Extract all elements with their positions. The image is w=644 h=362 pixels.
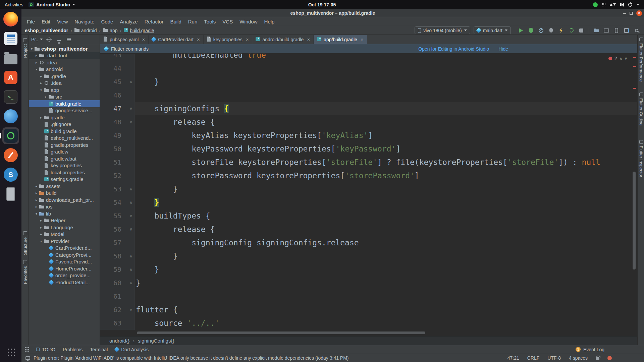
fold-toggle-icon[interactable]: ∨ bbox=[127, 102, 135, 115]
dock-slack[interactable]: S bbox=[2, 166, 19, 183]
fold-toggle-icon[interactable]: ∧ bbox=[127, 196, 135, 209]
tree-item-eshop-multivend[interactable]: eshop_multivend... bbox=[29, 135, 100, 142]
tool-window-button-terminal[interactable]: Terminal bbox=[86, 347, 111, 352]
lock-icon[interactable] bbox=[596, 357, 599, 360]
code-editor[interactable]: 43 multiDexEnabled true4445∧ }4647∨ sign… bbox=[100, 54, 637, 336]
tree-item-build[interactable]: ▸build bbox=[29, 190, 100, 197]
prev-error-button[interactable]: ∧ bbox=[620, 56, 622, 61]
menu-edit[interactable]: Edit bbox=[38, 19, 54, 24]
breadcrumb-build-gradle[interactable]: build.gradle bbox=[124, 28, 154, 33]
close-icon[interactable]: × bbox=[197, 37, 200, 42]
profile-button[interactable] bbox=[537, 26, 545, 35]
collapse-arrow-icon[interactable]: ▾ bbox=[30, 47, 34, 51]
menu-refactor[interactable]: Refactor bbox=[141, 19, 167, 24]
menu-help[interactable]: Help bbox=[261, 19, 278, 24]
tab-android-build-gradle[interactable]: android/build.gradle× bbox=[252, 35, 314, 44]
tree-item-productdetail[interactable]: ProductDetail... bbox=[29, 279, 100, 286]
dock-android-studio[interactable] bbox=[2, 127, 19, 144]
system-menu-chevron-icon[interactable] bbox=[637, 4, 639, 5]
volume-icon[interactable] bbox=[620, 3, 624, 7]
maximize-button[interactable] bbox=[630, 12, 633, 15]
tree-item-ios[interactable]: ▸ios bbox=[29, 203, 100, 210]
fold-toggle-icon[interactable]: ∧ bbox=[127, 75, 135, 88]
search-button[interactable] bbox=[633, 26, 641, 35]
tree-item-app[interactable]: ▾app bbox=[29, 86, 100, 94]
project-view-dropdown[interactable]: Pr.. bbox=[31, 37, 43, 42]
collapse-arrow-icon[interactable]: ▾ bbox=[39, 88, 43, 92]
close-icon[interactable]: × bbox=[307, 37, 310, 42]
activities-button[interactable]: Activities bbox=[5, 2, 23, 7]
tree-item-gradlew-bat[interactable]: gradlew.bat bbox=[29, 155, 100, 162]
collapse-arrow-icon[interactable]: ▾ bbox=[34, 212, 39, 216]
breadcrumb-eshop-multivendor[interactable]: eshop_multivendor bbox=[25, 28, 68, 33]
menu-analyze[interactable]: Analyze bbox=[116, 19, 141, 24]
expand-arrow-icon[interactable]: ▸ bbox=[39, 74, 43, 78]
dock-pen-app[interactable] bbox=[2, 147, 19, 164]
close-icon[interactable]: × bbox=[142, 37, 145, 42]
run-button[interactable] bbox=[517, 26, 525, 35]
tool-window-button-todo[interactable]: TODO bbox=[32, 347, 59, 352]
dock-libreoffice[interactable] bbox=[2, 30, 19, 47]
tree-item-assets[interactable]: ▸assets bbox=[29, 183, 100, 190]
tree-item-settings-gradle[interactable]: settings.gradle bbox=[29, 176, 100, 183]
device-selector[interactable]: vivo 1804 (mobile) bbox=[415, 26, 470, 34]
tool-window-button-problems[interactable]: Problems bbox=[59, 347, 86, 352]
menu-view[interactable]: View bbox=[54, 19, 71, 24]
stop-button[interactable] bbox=[577, 26, 585, 35]
tree-item-lib[interactable]: ▾lib bbox=[29, 210, 100, 217]
fold-toggle-icon[interactable]: ∨ bbox=[127, 115, 135, 129]
tree-item-favoriteprovid[interactable]: FavoriteProvid... bbox=[29, 258, 100, 265]
fold-toggle-icon[interactable]: ∧ bbox=[127, 276, 135, 290]
tree-item-build-gradle[interactable]: build.gradle bbox=[29, 100, 100, 107]
power-icon[interactable] bbox=[628, 3, 632, 7]
dock-files[interactable] bbox=[2, 50, 19, 66]
error-stripe-mark[interactable] bbox=[633, 57, 636, 58]
tree-item-src[interactable]: ▸src bbox=[29, 94, 100, 101]
locate-file-button[interactable] bbox=[46, 37, 52, 43]
tree-item-homeprovider[interactable]: HomeProvider... bbox=[29, 265, 100, 272]
expand-arrow-icon[interactable]: ▸ bbox=[34, 198, 39, 202]
menu-run[interactable]: Run bbox=[185, 19, 201, 24]
tree-item-order-provide[interactable]: order_provide... bbox=[29, 272, 100, 279]
expand-arrow-icon[interactable]: ▸ bbox=[39, 232, 43, 236]
tool-window-tab-project[interactable]: Project bbox=[21, 38, 29, 58]
menu-window[interactable]: Window bbox=[236, 19, 261, 24]
error-stripe-mark[interactable] bbox=[633, 66, 636, 67]
attach-debugger-button[interactable] bbox=[547, 26, 555, 35]
close-icon[interactable]: × bbox=[361, 37, 364, 42]
tab-pubspec-yaml[interactable]: pubspec.yaml× bbox=[100, 35, 149, 44]
tree-item-idea[interactable]: ▸.idea bbox=[29, 59, 100, 66]
next-error-button[interactable]: ∨ bbox=[625, 56, 627, 61]
menu-vcs[interactable]: VCS bbox=[219, 19, 236, 24]
network-icon[interactable] bbox=[610, 3, 616, 6]
app-grid-icon[interactable] bbox=[602, 3, 605, 6]
tree-item-model[interactable]: ▸Model bbox=[29, 231, 100, 238]
window-title-bar[interactable]: eshop_multivendor – app/build.gradle – × bbox=[21, 9, 644, 17]
collapse-arrow-icon[interactable]: ▾ bbox=[34, 67, 39, 71]
tree-item-categoryprovi[interactable]: CategoryProvi... bbox=[29, 251, 100, 258]
chat-notification-icon[interactable] bbox=[593, 2, 598, 7]
menu-tools[interactable]: Tools bbox=[201, 19, 219, 24]
tree-item-language[interactable]: ▸Language bbox=[29, 224, 100, 231]
fold-toggle-icon[interactable]: ∨ bbox=[127, 209, 135, 223]
expand-arrow-icon[interactable]: ▸ bbox=[34, 205, 39, 208]
menu-code[interactable]: Code bbox=[98, 19, 116, 24]
fold-toggle-icon[interactable]: ∧ bbox=[127, 182, 135, 196]
tool-window-tab-structure[interactable]: Structure bbox=[21, 231, 29, 255]
tab-app-build-gradle[interactable]: app/build.gradle× bbox=[314, 35, 367, 44]
tool-window-tab-flutter-outline[interactable]: Flutter Outline bbox=[638, 93, 644, 126]
device-file-explorer-button[interactable] bbox=[592, 26, 600, 35]
tree-item-gitignore[interactable]: .gitignore bbox=[29, 121, 100, 128]
open-in-android-studio-link[interactable]: Open for Editing in Android Studio bbox=[418, 46, 489, 52]
tree-item-cartprovider-d[interactable]: CartProvider.d... bbox=[29, 245, 100, 252]
layout-inspector-button[interactable] bbox=[623, 26, 631, 35]
dock-blue-app[interactable] bbox=[2, 108, 19, 125]
close-button[interactable]: × bbox=[636, 10, 642, 16]
expand-arrow-icon[interactable]: ▸ bbox=[34, 184, 39, 188]
collapse-arrow-icon[interactable]: ▾ bbox=[39, 239, 43, 243]
tree-item-gradle[interactable]: ▸.gradle bbox=[29, 73, 100, 80]
tree-item-local-properties[interactable]: local.properties bbox=[29, 169, 100, 176]
tool-window-tab-flutter-performance[interactable]: Flutter Performance bbox=[638, 38, 644, 82]
caret-position[interactable]: 47:21 bbox=[507, 355, 519, 361]
hide-banner-link[interactable]: Hide bbox=[498, 46, 508, 52]
